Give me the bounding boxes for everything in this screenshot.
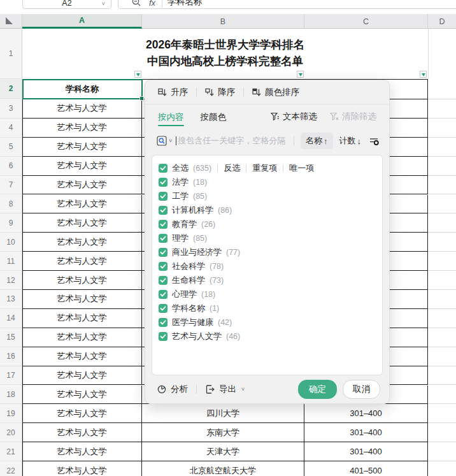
filter-item-row[interactable]: 心理学 (18) xyxy=(159,287,376,301)
sheet-title-cell[interactable]: 2026年泰晤士世界大学学科排名 中国内地高校上榜学科完整名单 xyxy=(22,34,428,72)
row-header-13[interactable]: 13 xyxy=(0,290,22,309)
row-header-7[interactable]: 7 xyxy=(0,176,22,195)
checkbox-checked[interactable] xyxy=(159,248,167,257)
cell-subject[interactable]: 艺术与人文学 xyxy=(22,195,142,214)
cell-subject[interactable]: 艺术与人文学 xyxy=(22,309,142,328)
cell-subject[interactable]: 艺术与人文学 xyxy=(22,119,142,138)
cell-empty[interactable] xyxy=(428,366,456,386)
cell-university[interactable]: 四川大学 xyxy=(142,404,304,423)
checkbox-checked[interactable] xyxy=(159,262,167,271)
name-box-chevron-down-icon[interactable]: ˅ xyxy=(102,1,105,7)
cell-empty[interactable] xyxy=(428,252,456,271)
cell-subject[interactable]: 艺术与人文学 xyxy=(22,423,142,442)
checkbox-checked[interactable] xyxy=(159,290,167,299)
text-filter-button[interactable]: 文本筛选 xyxy=(271,111,317,122)
display-options-icon[interactable] xyxy=(369,136,379,146)
cell-subject[interactable]: 艺术与人文学 xyxy=(22,138,142,157)
checkbox-checked[interactable] xyxy=(159,234,167,243)
row-header-21[interactable]: 21 xyxy=(0,442,22,461)
checkbox-checked[interactable] xyxy=(159,318,167,327)
cell-d2[interactable] xyxy=(428,79,456,99)
analyze-button[interactable]: 分析 xyxy=(157,384,188,395)
cell-empty[interactable] xyxy=(428,290,456,309)
filter-item-row[interactable]: 工学 (85) xyxy=(159,189,376,203)
row-header-2[interactable]: 2 xyxy=(0,79,22,99)
cell-rank[interactable]: 401–500 xyxy=(304,461,428,476)
cancel-button[interactable]: 取消 xyxy=(343,380,380,399)
checkbox-checked[interactable] xyxy=(159,164,167,173)
sort-ascending-button[interactable]: 升序 xyxy=(158,87,188,98)
cell-subject[interactable]: 艺术与人文学 xyxy=(22,328,142,347)
name-box[interactable]: A2 ˅ xyxy=(22,0,111,9)
search-scope-chevron-icon[interactable]: ˅ xyxy=(169,138,172,144)
filter-item-row[interactable]: 艺术与人文学 (46) xyxy=(159,329,376,343)
column-header-b[interactable]: B xyxy=(142,14,304,29)
row-header-6[interactable]: 6 xyxy=(0,157,22,176)
row-header-19[interactable]: 19 xyxy=(0,404,22,423)
cell-subject[interactable]: 艺术与人文学 xyxy=(22,366,142,386)
cell-empty[interactable] xyxy=(428,138,456,157)
filter-item-row[interactable]: 社会科学 (78) xyxy=(159,259,376,273)
cell-empty[interactable] xyxy=(428,176,456,195)
formula-input[interactable]: fx 学科名称 xyxy=(118,0,456,9)
row-header-20[interactable]: 20 xyxy=(0,423,22,442)
cell-empty[interactable] xyxy=(428,461,456,476)
cell-subject[interactable]: 艺术与人文学 xyxy=(22,176,142,195)
magnifier-icon[interactable] xyxy=(131,0,141,7)
select-all-corner[interactable] xyxy=(0,14,22,29)
cell-subject[interactable]: 艺术与人文学 xyxy=(22,442,142,461)
unique-link[interactable]: 唯一项 xyxy=(289,162,314,174)
row-header-3[interactable]: 3 xyxy=(0,99,22,119)
filter-item-row[interactable]: 医学与健康 (42) xyxy=(159,315,376,329)
invert-selection-link[interactable]: 反选 xyxy=(224,162,240,174)
cell-university[interactable]: 北京航空航天大学 xyxy=(142,461,304,476)
cell-subject[interactable]: 艺术与人文学 xyxy=(22,213,142,233)
cell-empty[interactable] xyxy=(428,328,456,347)
sort-descending-button[interactable]: 降序 xyxy=(205,87,235,98)
sort-by-name-toggle[interactable]: 名称 ↑ xyxy=(301,133,333,149)
cell-empty[interactable] xyxy=(428,423,456,442)
cell-subject[interactable]: 艺术与人文学 xyxy=(22,157,142,176)
cell-subject[interactable]: 艺术与人文学 xyxy=(22,347,142,366)
filter-item-row[interactable]: 生命科学 (73) xyxy=(159,273,376,287)
cell-empty[interactable] xyxy=(428,347,456,366)
ok-button[interactable]: 确定 xyxy=(298,380,337,399)
clear-filter-button[interactable]: 清除筛选 xyxy=(330,111,376,122)
row-header-4[interactable]: 4 xyxy=(0,119,22,138)
filter-search-input[interactable]: 搜包含任一关键字，空格分隔 xyxy=(178,135,287,147)
cell-empty[interactable] xyxy=(428,309,456,328)
cell-empty[interactable] xyxy=(428,157,456,176)
tab-by-content[interactable]: 按内容 xyxy=(158,105,184,128)
filter-button-col-c[interactable] xyxy=(420,71,427,78)
row-header-1[interactable]: 1 xyxy=(0,29,22,79)
fx-icon[interactable]: fx xyxy=(149,0,155,8)
cell-university[interactable]: 东南大学 xyxy=(142,423,304,442)
cell-rank[interactable]: 301–400 xyxy=(304,442,428,461)
cell-subject[interactable]: 艺术与人文学 xyxy=(22,404,142,423)
duplicates-link[interactable]: 重复项 xyxy=(252,162,277,174)
cell-empty[interactable] xyxy=(428,386,456,405)
cell-empty[interactable] xyxy=(428,99,456,119)
filter-button-col-b[interactable] xyxy=(297,71,304,78)
search-scope-icon[interactable] xyxy=(157,136,167,146)
fill-handle[interactable] xyxy=(139,96,144,101)
cell-empty[interactable] xyxy=(428,442,456,461)
row-header-10[interactable]: 10 xyxy=(0,233,22,252)
checkbox-checked[interactable] xyxy=(159,304,167,313)
cell-empty[interactable] xyxy=(428,271,456,290)
row-header-5[interactable]: 5 xyxy=(0,138,22,157)
cell-rank[interactable]: 301–400 xyxy=(304,423,428,442)
sort-by-color-button[interactable]: 颜色排序 xyxy=(252,87,299,98)
cell-empty[interactable] xyxy=(428,404,456,423)
row-header-16[interactable]: 16 xyxy=(0,347,22,366)
filter-button-col-a[interactable] xyxy=(134,71,141,78)
cell-empty[interactable] xyxy=(428,195,456,214)
select-all-label[interactable]: 全选 xyxy=(172,162,189,174)
cell-rank[interactable]: 301–400 xyxy=(304,404,428,423)
sort-by-count-toggle[interactable]: 计数 ↓ xyxy=(339,135,362,147)
cell-empty[interactable] xyxy=(428,119,456,138)
filter-item-row[interactable]: 商业与经济学 (77) xyxy=(159,245,376,259)
cell-subject[interactable]: 艺术与人文学 xyxy=(22,233,142,252)
checkbox-checked[interactable] xyxy=(159,332,167,341)
column-header-c[interactable]: C xyxy=(304,14,428,29)
